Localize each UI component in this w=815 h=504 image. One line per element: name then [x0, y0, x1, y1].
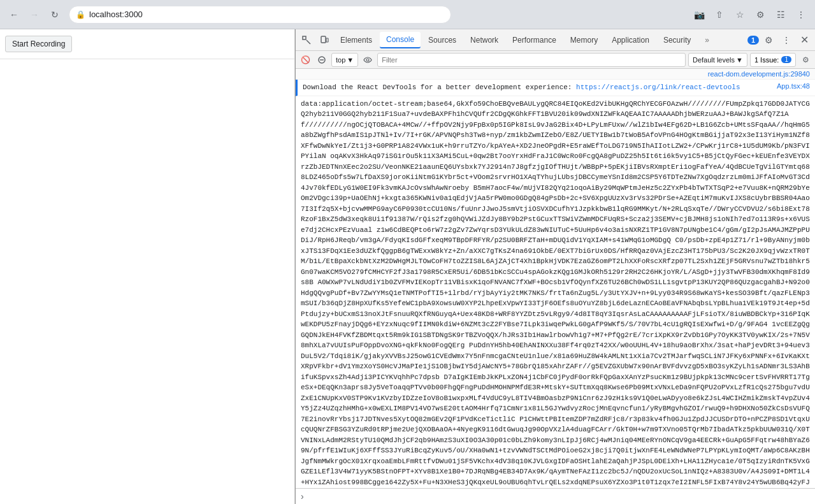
start-recording-button[interactable]: Start Recording	[5, 36, 72, 52]
back-button[interactable]: ←	[5, 6, 23, 24]
tab-performance[interactable]: Performance	[506, 32, 563, 48]
console-input-bar: ›	[296, 488, 815, 504]
devtools-settings-button[interactable]: ⚙	[760, 32, 777, 48]
tab-memory[interactable]: Memory	[564, 32, 604, 48]
react-devtools-link[interactable]: https://reactjs.org/link/react-devtools	[576, 83, 740, 91]
console-message-download: Download the React DevTools for a better…	[296, 80, 815, 96]
console-clear-button[interactable]: 🚫	[298, 53, 312, 67]
svg-rect-1	[321, 36, 326, 43]
address-bar[interactable]: 🔒 localhost:3000	[69, 6, 451, 24]
console-content: react-dom.development.js:29840 Download …	[296, 69, 815, 488]
download-message-text: Download the React DevTools for a better…	[303, 82, 741, 93]
app-source-link[interactable]: App.tsx:48	[746, 82, 810, 93]
svg-rect-0	[303, 36, 306, 40]
context-selector[interactable]: top ▼	[331, 53, 358, 67]
devtools-close-button[interactable]: ✕	[796, 32, 812, 48]
chevron-down-icon: ▼	[736, 56, 743, 64]
console-source-link[interactable]: react-dom.development.js:29840	[296, 69, 815, 80]
browser-actions: 📷 ⇧ ☆ ⚙ ☷ ⋮	[690, 6, 810, 24]
svg-point-5	[366, 59, 369, 61]
nav-buttons: ← → ↻	[5, 6, 64, 24]
extensions-button[interactable]: ☷	[772, 6, 790, 24]
reload-button[interactable]: ↻	[46, 6, 64, 24]
tab-security[interactable]: Security	[657, 32, 697, 48]
default-levels-selector[interactable]: Default levels ▼	[688, 53, 747, 67]
devtools-overflow-button[interactable]: ⋮	[778, 32, 795, 48]
tab-sources[interactable]: Sources	[422, 32, 463, 48]
record-btn-bar: Start Recording	[0, 29, 294, 59]
forward-button[interactable]: →	[25, 6, 43, 24]
tab-elements[interactable]: Elements	[334, 32, 379, 48]
issues-badge[interactable]: 1 Issue: 1	[750, 53, 796, 67]
console-toolbar: 🚫 top ▼ Default levels ▼ 1 Issue: 1 ⚙	[296, 51, 815, 69]
main-layout: Start Recording Elements Console Sources…	[0, 29, 815, 504]
svg-rect-2	[326, 38, 328, 42]
screenshare-button[interactable]: 📷	[690, 6, 708, 24]
tab-network[interactable]: Network	[464, 32, 505, 48]
console-input-field[interactable]	[308, 492, 810, 501]
tab-application[interactable]: Application	[605, 32, 656, 48]
share-button[interactable]: ⇧	[710, 6, 728, 24]
tab-console[interactable]: Console	[380, 32, 421, 48]
chevron-down-icon: ▼	[347, 56, 354, 64]
tab-more-button[interactable]: »	[698, 32, 716, 48]
devtools-panel: Elements Console Sources Network Perform…	[295, 29, 815, 504]
console-settings-button[interactable]: ⚙	[798, 53, 812, 67]
device-toolbar-button[interactable]	[316, 32, 333, 48]
console-prompt-icon: ›	[301, 491, 304, 501]
inspect-element-button[interactable]	[298, 32, 315, 48]
lock-icon: 🔒	[76, 10, 85, 19]
browser-chrome: ← → ↻ 🔒 localhost:3000 📷 ⇧ ☆ ⚙ ☷ ⋮	[0, 0, 815, 29]
profile-button[interactable]: ⚙	[751, 6, 769, 24]
console-filter-input[interactable]	[377, 53, 686, 67]
url-text: localhost:3000	[89, 10, 143, 19]
left-panel: Start Recording	[0, 29, 295, 504]
devtools-toolbar: Elements Console Sources Network Perform…	[296, 29, 815, 51]
bookmark-button[interactable]: ☆	[731, 6, 749, 24]
menu-button[interactable]: ⋮	[792, 6, 810, 24]
devtools-badge: 1	[747, 36, 759, 45]
data-block: data:application/octet-stream;base64,GkX…	[296, 96, 815, 489]
console-toggle-button[interactable]	[315, 53, 329, 67]
console-eye-button[interactable]	[361, 53, 375, 67]
